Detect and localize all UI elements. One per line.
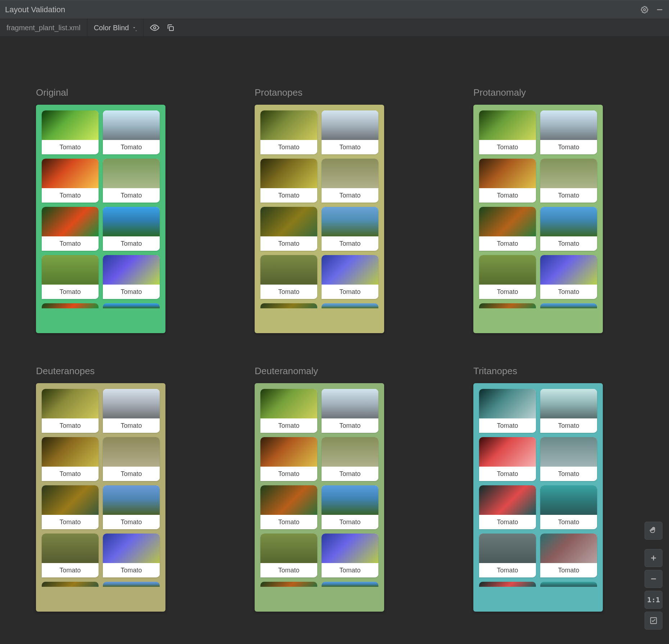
zoom-out-button[interactable] [645,570,663,588]
plant-card[interactable]: Tomato [42,437,99,481]
plant-card[interactable]: Tomato [479,534,536,577]
plant-card[interactable]: Tomato [42,207,99,251]
plant-card[interactable]: Tomato [322,389,378,433]
plant-card[interactable]: Tomato [42,110,99,154]
plant-card[interactable]: Tomato [42,389,99,433]
plant-card-label: Tomato [540,563,597,577]
plant-card[interactable]: Tomato [479,437,536,481]
plant-card[interactable]: Tomato [42,255,99,299]
plant-thumbnail [42,389,99,418]
plant-card[interactable]: Tomato [103,485,160,529]
plant-card[interactable]: Tomato [42,485,99,529]
plant-card[interactable]: Tomato [322,534,378,577]
preview-label: Deuteranopes [36,366,248,377]
plant-card-label: Tomato [260,467,317,481]
plant-card[interactable]: Tomato [479,255,536,299]
titlebar-actions [640,5,664,14]
device-frame[interactable]: TomatoTomatoTomatoTomatoTomatoTomatoToma… [255,105,384,333]
preview-canvas[interactable]: OriginalTomatoTomatoTomatoTomatoTomatoTo… [0,37,669,644]
plant-card[interactable]: Tomato [103,255,160,299]
plant-card[interactable]: Tomato [260,437,317,481]
plant-card-label: Tomato [479,515,536,529]
preview-block: DeuteranomalyTomatoTomatoTomatoTomatoTom… [255,366,467,612]
plant-card[interactable]: Tomato [103,110,160,154]
plant-thumbnail [103,159,160,188]
plant-card-label: Tomato [322,418,378,433]
device-grid: TomatoTomatoTomatoTomatoTomatoTomatoToma… [479,389,597,577]
eye-icon[interactable] [150,23,159,32]
titlebar-title: Layout Validation [5,5,65,14]
plant-card[interactable]: Tomato [103,207,160,251]
plant-card[interactable]: Tomato [260,255,317,299]
plant-card[interactable]: Tomato [540,485,597,529]
plant-card[interactable]: Tomato [322,485,378,529]
preview-grid: OriginalTomatoTomatoTomatoTomatoTomatoTo… [0,37,669,633]
zoom-in-button[interactable] [645,549,663,567]
zoom-fit-button[interactable] [645,612,663,630]
copy-icon[interactable] [166,23,175,32]
validation-mode-dropdown[interactable]: Color Blind [87,19,144,36]
plant-card[interactable]: Tomato [42,534,99,577]
plant-card-label: Tomato [103,515,160,529]
pan-tool-button[interactable] [645,522,663,540]
plant-card[interactable]: Tomato [103,437,160,481]
plant-thumbnail [479,159,536,188]
plant-card[interactable]: Tomato [322,437,378,481]
gear-icon[interactable] [640,5,649,14]
plant-card[interactable]: Tomato [42,159,99,203]
preview-block: DeuteranopesTomatoTomatoTomatoTomatoToma… [36,366,248,612]
plant-card[interactable]: Tomato [260,207,317,251]
plant-card[interactable]: Tomato [103,159,160,203]
plant-thumbnail [540,437,597,467]
partial-row [42,582,160,587]
plant-card-label: Tomato [42,285,99,299]
plant-card[interactable]: Tomato [322,159,378,203]
plant-card[interactable]: Tomato [103,534,160,577]
plant-thumbnail [322,389,378,418]
device-frame[interactable]: TomatoTomatoTomatoTomatoTomatoTomatoToma… [255,383,384,612]
plant-thumbnail [540,207,597,236]
plant-card[interactable]: Tomato [103,389,160,433]
plant-card[interactable]: Tomato [479,389,536,433]
plant-card[interactable]: Tomato [260,110,317,154]
partial-row [479,582,597,587]
zoom-reset-button[interactable]: 1:1 [645,591,663,609]
plant-card[interactable]: Tomato [540,255,597,299]
plant-card[interactable]: Tomato [540,534,597,577]
plant-card[interactable]: Tomato [540,389,597,433]
toolbar-view-icons [144,19,182,36]
plant-card[interactable]: Tomato [260,389,317,433]
plant-card[interactable]: Tomato [479,485,536,529]
plant-card[interactable]: Tomato [540,159,597,203]
plant-card[interactable]: Tomato [260,534,317,577]
device-frame[interactable]: TomatoTomatoTomatoTomatoTomatoTomatoToma… [473,105,603,333]
plant-thumbnail [479,389,536,418]
plant-card[interactable]: Tomato [322,207,378,251]
plant-card[interactable]: Tomato [322,110,378,154]
plant-card[interactable]: Tomato [540,110,597,154]
plant-card[interactable]: Tomato [260,159,317,203]
device-frame[interactable]: TomatoTomatoTomatoTomatoTomatoTomatoToma… [36,383,165,612]
plant-card[interactable]: Tomato [260,485,317,529]
plant-card[interactable]: Tomato [540,207,597,251]
plant-thumbnail [322,255,378,285]
minimize-icon[interactable] [655,5,664,14]
plant-card-label: Tomato [103,563,160,577]
device-frame[interactable]: TomatoTomatoTomatoTomatoTomatoTomatoToma… [36,105,165,333]
plant-card[interactable]: Tomato [540,437,597,481]
plant-card-label: Tomato [540,188,597,203]
plant-card[interactable]: Tomato [322,255,378,299]
device-frame[interactable]: TomatoTomatoTomatoTomatoTomatoTomatoToma… [473,383,603,612]
plant-card-label: Tomato [540,515,597,529]
device-grid: TomatoTomatoTomatoTomatoTomatoTomatoToma… [42,389,160,577]
plant-card-label: Tomato [103,285,160,299]
plant-card-label: Tomato [260,140,317,154]
plant-thumbnail [103,110,160,140]
preview-block: OriginalTomatoTomatoTomatoTomatoTomatoTo… [36,87,248,333]
plant-card-label: Tomato [260,236,317,251]
plant-card[interactable]: Tomato [479,110,536,154]
plant-thumbnail [322,534,378,563]
plant-card[interactable]: Tomato [479,207,536,251]
plant-thumbnail [42,437,99,467]
plant-card[interactable]: Tomato [479,159,536,203]
